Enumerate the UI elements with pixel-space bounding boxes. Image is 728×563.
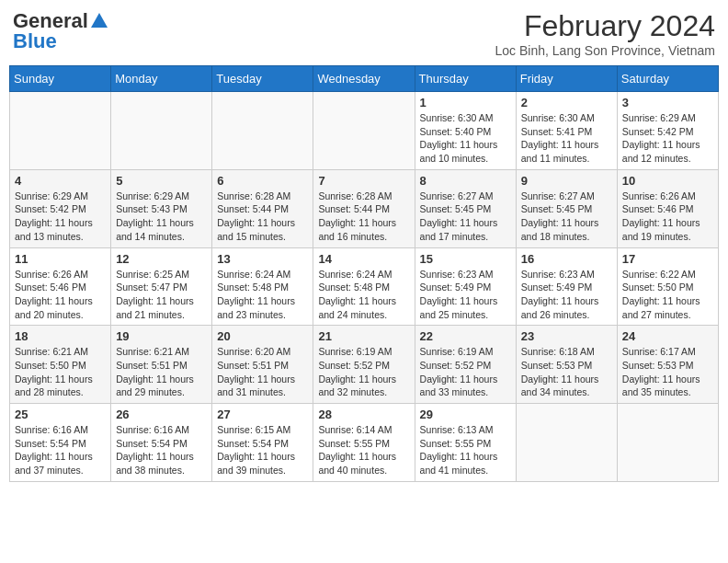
day-number: 1 (420, 96, 511, 109)
column-header-tuesday: Tuesday (212, 66, 313, 92)
calendar-cell: 19Sunrise: 6:21 AMSunset: 5:51 PMDayligh… (111, 326, 212, 404)
calendar-cell (617, 404, 718, 482)
day-info: Sunrise: 6:23 AMSunset: 5:49 PMDaylight:… (420, 269, 498, 320)
calendar-header-row: SundayMondayTuesdayWednesdayThursdayFrid… (10, 66, 719, 92)
day-number: 23 (521, 329, 612, 343)
calendar-cell: 26Sunrise: 6:16 AMSunset: 5:54 PMDayligh… (111, 404, 212, 482)
calendar-cell: 21Sunrise: 6:19 AMSunset: 5:52 PMDayligh… (313, 326, 415, 404)
calendar-table: SundayMondayTuesdayWednesdayThursdayFrid… (9, 65, 719, 482)
day-number: 6 (217, 174, 308, 188)
day-info: Sunrise: 6:20 AMSunset: 5:51 PMDaylight:… (217, 346, 295, 397)
calendar-cell: 17Sunrise: 6:22 AMSunset: 5:50 PMDayligh… (617, 247, 718, 326)
calendar-cell: 9Sunrise: 6:27 AMSunset: 5:45 PMDaylight… (516, 169, 617, 247)
column-header-thursday: Thursday (415, 66, 516, 92)
calendar-cell (313, 92, 415, 170)
day-info: Sunrise: 6:26 AMSunset: 5:46 PMDaylight:… (622, 190, 700, 242)
day-info: Sunrise: 6:26 AMSunset: 5:46 PMDaylight:… (15, 269, 93, 320)
day-number: 14 (318, 252, 409, 266)
day-info: Sunrise: 6:27 AMSunset: 5:45 PMDaylight:… (521, 190, 599, 242)
day-info: Sunrise: 6:19 AMSunset: 5:52 PMDaylight:… (318, 346, 396, 397)
calendar-cell: 22Sunrise: 6:19 AMSunset: 5:52 PMDayligh… (415, 326, 516, 404)
column-header-sunday: Sunday (10, 66, 111, 92)
day-info: Sunrise: 6:25 AMSunset: 5:47 PMDaylight:… (116, 269, 194, 320)
calendar-cell: 20Sunrise: 6:20 AMSunset: 5:51 PMDayligh… (212, 326, 313, 404)
calendar-cell: 6Sunrise: 6:28 AMSunset: 5:44 PMDaylight… (212, 169, 313, 247)
calendar-cell: 5Sunrise: 6:29 AMSunset: 5:43 PMDaylight… (111, 169, 212, 247)
day-info: Sunrise: 6:17 AMSunset: 5:53 PMDaylight:… (622, 346, 700, 397)
calendar-cell: 28Sunrise: 6:14 AMSunset: 5:55 PMDayligh… (313, 404, 415, 482)
location: Loc Binh, Lang Son Province, Vietnam (495, 43, 715, 58)
day-info: Sunrise: 6:18 AMSunset: 5:53 PMDaylight:… (521, 346, 599, 397)
day-info: Sunrise: 6:29 AMSunset: 5:43 PMDaylight:… (116, 190, 194, 242)
day-number: 11 (15, 252, 106, 266)
calendar-cell: 14Sunrise: 6:24 AMSunset: 5:48 PMDayligh… (313, 247, 415, 326)
day-number: 16 (521, 252, 612, 266)
svg-marker-0 (91, 13, 108, 28)
day-info: Sunrise: 6:14 AMSunset: 5:55 PMDaylight:… (318, 424, 396, 476)
day-number: 22 (420, 329, 511, 343)
day-info: Sunrise: 6:29 AMSunset: 5:42 PMDaylight:… (15, 190, 93, 242)
day-info: Sunrise: 6:30 AMSunset: 5:40 PMDaylight:… (420, 112, 498, 164)
calendar-cell (212, 92, 313, 170)
day-info: Sunrise: 6:21 AMSunset: 5:51 PMDaylight:… (116, 346, 194, 397)
day-number: 13 (217, 252, 308, 266)
day-number: 4 (15, 174, 106, 188)
day-number: 21 (318, 329, 409, 343)
day-number: 18 (15, 329, 106, 343)
title-section: February 2024 Loc Binh, Lang Son Provinc… (495, 9, 715, 58)
day-number: 26 (116, 408, 207, 421)
day-number: 17 (622, 252, 713, 266)
day-number: 24 (622, 329, 713, 343)
day-number: 9 (521, 174, 612, 188)
day-number: 15 (420, 252, 511, 266)
day-info: Sunrise: 6:29 AMSunset: 5:42 PMDaylight:… (622, 112, 700, 164)
day-info: Sunrise: 6:22 AMSunset: 5:50 PMDaylight:… (622, 269, 700, 320)
calendar-cell (516, 404, 617, 482)
day-info: Sunrise: 6:30 AMSunset: 5:41 PMDaylight:… (521, 112, 599, 164)
calendar-cell: 13Sunrise: 6:24 AMSunset: 5:48 PMDayligh… (212, 247, 313, 326)
day-number: 7 (318, 174, 409, 188)
calendar-cell (111, 92, 212, 170)
calendar-cell: 3Sunrise: 6:29 AMSunset: 5:42 PMDaylight… (617, 92, 718, 170)
column-header-monday: Monday (111, 66, 212, 92)
day-number: 2 (521, 96, 612, 109)
day-number: 10 (622, 174, 713, 188)
day-info: Sunrise: 6:13 AMSunset: 5:55 PMDaylight:… (420, 424, 498, 476)
day-info: Sunrise: 6:21 AMSunset: 5:50 PMDaylight:… (15, 346, 93, 397)
day-info: Sunrise: 6:24 AMSunset: 5:48 PMDaylight:… (217, 269, 295, 320)
calendar-cell: 24Sunrise: 6:17 AMSunset: 5:53 PMDayligh… (617, 326, 718, 404)
calendar-cell: 29Sunrise: 6:13 AMSunset: 5:55 PMDayligh… (415, 404, 516, 482)
calendar-cell: 1Sunrise: 6:30 AMSunset: 5:40 PMDaylight… (415, 92, 516, 170)
calendar-week-row: 4Sunrise: 6:29 AMSunset: 5:42 PMDaylight… (10, 169, 719, 247)
calendar-cell: 27Sunrise: 6:15 AMSunset: 5:54 PMDayligh… (212, 404, 313, 482)
calendar-cell: 15Sunrise: 6:23 AMSunset: 5:49 PMDayligh… (415, 247, 516, 326)
day-info: Sunrise: 6:15 AMSunset: 5:54 PMDaylight:… (217, 424, 295, 476)
column-header-friday: Friday (516, 66, 617, 92)
day-number: 19 (116, 329, 207, 343)
day-number: 8 (420, 174, 511, 188)
day-info: Sunrise: 6:28 AMSunset: 5:44 PMDaylight:… (217, 190, 295, 242)
month-year: February 2024 (495, 9, 715, 43)
calendar-cell: 18Sunrise: 6:21 AMSunset: 5:50 PMDayligh… (10, 326, 111, 404)
calendar-cell: 12Sunrise: 6:25 AMSunset: 5:47 PMDayligh… (111, 247, 212, 326)
logo-icon (89, 11, 109, 31)
calendar-week-row: 18Sunrise: 6:21 AMSunset: 5:50 PMDayligh… (10, 326, 719, 404)
day-info: Sunrise: 6:16 AMSunset: 5:54 PMDaylight:… (15, 424, 93, 476)
day-number: 27 (217, 408, 308, 421)
calendar-cell: 2Sunrise: 6:30 AMSunset: 5:41 PMDaylight… (516, 92, 617, 170)
day-number: 3 (622, 96, 713, 109)
logo-blue: Blue (13, 29, 57, 53)
calendar-cell: 23Sunrise: 6:18 AMSunset: 5:53 PMDayligh… (516, 326, 617, 404)
day-info: Sunrise: 6:16 AMSunset: 5:54 PMDaylight:… (116, 424, 194, 476)
calendar-cell: 4Sunrise: 6:29 AMSunset: 5:42 PMDaylight… (10, 169, 111, 247)
day-number: 20 (217, 329, 308, 343)
calendar-cell: 7Sunrise: 6:28 AMSunset: 5:44 PMDaylight… (313, 169, 415, 247)
calendar-cell: 10Sunrise: 6:26 AMSunset: 5:46 PMDayligh… (617, 169, 718, 247)
calendar-cell: 25Sunrise: 6:16 AMSunset: 5:54 PMDayligh… (10, 404, 111, 482)
day-info: Sunrise: 6:24 AMSunset: 5:48 PMDaylight:… (318, 269, 396, 320)
column-header-saturday: Saturday (617, 66, 718, 92)
day-number: 28 (318, 408, 409, 421)
day-info: Sunrise: 6:28 AMSunset: 5:44 PMDaylight:… (318, 190, 396, 242)
calendar-cell: 16Sunrise: 6:23 AMSunset: 5:49 PMDayligh… (516, 247, 617, 326)
day-info: Sunrise: 6:19 AMSunset: 5:52 PMDaylight:… (420, 346, 498, 397)
